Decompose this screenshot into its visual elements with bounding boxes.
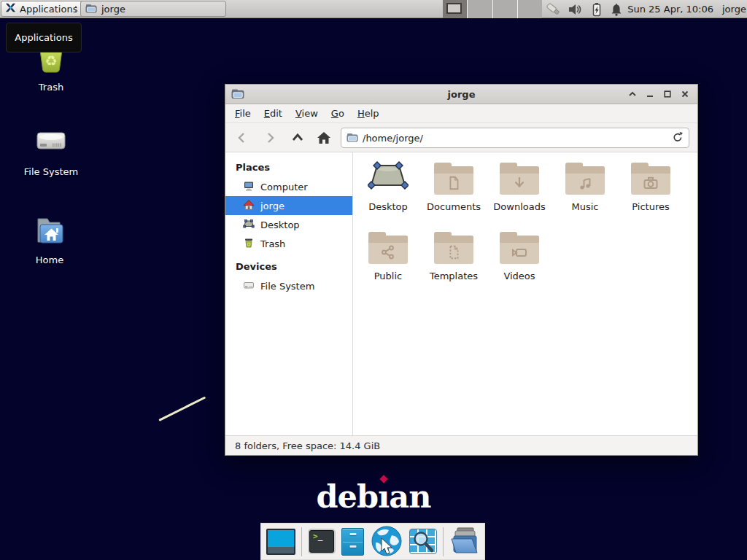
menu-go[interactable]: Go	[325, 105, 351, 122]
video-camera-glyph	[500, 236, 539, 264]
desktop-icon-home[interactable]: Home	[15, 212, 85, 265]
workspace-window-thumb	[446, 3, 462, 14]
sidebar-item-label: Trash	[260, 238, 285, 249]
logo-text-pre: deb	[317, 478, 379, 515]
toolbar	[225, 123, 697, 152]
folder-icon[interactable]	[449, 526, 481, 557]
folder-label: Downloads	[488, 201, 551, 212]
camera-glyph	[631, 166, 670, 195]
task-folder-icon	[85, 2, 97, 16]
dock-separator	[301, 527, 302, 556]
folder-label: Desktop	[357, 201, 419, 212]
desktop-icon-label: Trash	[16, 82, 86, 93]
trash-icon	[243, 237, 255, 251]
app-finder-icon[interactable]	[409, 529, 437, 554]
path-folder-icon	[347, 131, 358, 145]
workspace-4[interactable]	[517, 0, 542, 18]
stylus-icon[interactable]	[546, 1, 562, 18]
sidebar-item-trash[interactable]: Trash	[225, 234, 352, 253]
menu-view[interactable]: View	[289, 105, 325, 122]
top-panel: Applications jorge	[0, 0, 747, 18]
stray-line-artifact	[158, 396, 206, 421]
battery-charging-icon[interactable]	[589, 1, 605, 18]
sidebar-item-label: Desktop	[260, 219, 300, 230]
workspace-1-active[interactable]	[443, 0, 467, 18]
workspace-switcher[interactable]	[443, 0, 542, 18]
tooltip-text: Applications	[15, 32, 72, 43]
workspace-3[interactable]	[492, 0, 517, 18]
file-manager-window: jorge File Edit View Go Help	[225, 84, 698, 456]
folder-downloads[interactable]: Downloads	[488, 160, 551, 212]
debian-logo: debıan	[315, 478, 432, 515]
share-glyph	[368, 236, 408, 264]
harddrive-icon	[34, 150, 69, 161]
home-icon	[243, 199, 255, 213]
menu-help[interactable]: Help	[351, 105, 386, 122]
taskbar-window-button[interactable]: jorge	[80, 1, 226, 17]
music-notes-glyph	[565, 166, 605, 195]
folder-view[interactable]: Desktop Documents Downloads	[353, 152, 697, 435]
maximize-button[interactable]	[661, 88, 674, 101]
folder-label: Music	[554, 201, 616, 212]
dock-separator	[443, 527, 444, 556]
reload-icon[interactable]	[672, 131, 684, 145]
desktop-icon-label: File System	[16, 166, 86, 177]
sidebar-item-label: Computer	[260, 182, 308, 192]
sidebar-item-computer[interactable]: Computer	[225, 177, 352, 196]
home-button[interactable]	[314, 128, 333, 147]
folder-label: Videos	[488, 271, 551, 281]
terminal-icon[interactable]: >_	[308, 529, 336, 554]
window-titlebar[interactable]: jorge	[225, 85, 697, 104]
logo-letter-i: ı	[378, 478, 389, 515]
panel-username[interactable]: jorge	[722, 0, 746, 18]
show-desktop-icon[interactable]	[266, 529, 295, 555]
folder-music[interactable]: Music	[554, 160, 616, 212]
applications-menu-label: Applications	[20, 4, 77, 15]
sidebar-item-desktop[interactable]: Desktop	[225, 215, 352, 234]
back-button[interactable]	[233, 128, 252, 147]
file-manager-icon[interactable]	[341, 528, 364, 556]
download-arrow-glyph	[500, 166, 539, 195]
folder-documents[interactable]: Documents	[422, 160, 485, 212]
minimize-button[interactable]	[643, 88, 657, 101]
desktop-pad-icon	[368, 159, 409, 195]
menu-file[interactable]: File	[228, 105, 258, 122]
sidebar-item-jorge[interactable]: jorge	[225, 196, 352, 215]
volume-icon[interactable]	[567, 1, 583, 18]
folder-public[interactable]: Public	[357, 229, 419, 281]
forward-button[interactable]	[260, 128, 279, 147]
location-bar[interactable]	[341, 128, 689, 148]
desktop-icon-file-system[interactable]: File System	[16, 124, 86, 177]
computer-icon	[243, 180, 255, 194]
home-folder-icon	[32, 238, 67, 249]
folder-videos[interactable]: Videos	[488, 229, 551, 281]
folder-label: Public	[357, 271, 419, 281]
panel-handle[interactable]	[74, 4, 77, 14]
applications-menu-button[interactable]: Applications	[1, 1, 83, 17]
workspace-2[interactable]	[467, 0, 492, 18]
sidebar-header-devices: Devices	[225, 257, 352, 276]
folder-label: Pictures	[619, 201, 682, 212]
sidebar-item-label: File System	[260, 281, 314, 292]
sidebar-item-file-system[interactable]: File System	[225, 276, 352, 295]
svg-text:♻: ♻	[44, 52, 57, 69]
harddrive-icon	[243, 279, 255, 293]
web-browser-icon[interactable]	[370, 525, 403, 559]
folder-desktop[interactable]: Desktop	[357, 160, 419, 212]
sidebar: Places Computer	[225, 152, 353, 435]
desktop-icon	[243, 218, 255, 232]
panel-clock[interactable]: Sun 25 Apr, 10:06	[620, 0, 713, 18]
folder-pictures[interactable]: Pictures	[619, 160, 682, 212]
document-glyph	[434, 166, 473, 195]
template-glyph	[434, 236, 473, 264]
folder-templates[interactable]: Templates	[422, 229, 485, 281]
shade-button[interactable]	[626, 88, 639, 101]
logo-dotless-i: ı	[378, 478, 389, 515]
applications-tooltip: Applications	[6, 23, 82, 52]
sidebar-header-places: Places	[225, 158, 352, 177]
task-button-label: jorge	[101, 4, 125, 15]
menu-edit[interactable]: Edit	[258, 105, 289, 122]
close-button[interactable]	[678, 88, 692, 101]
up-button[interactable]	[288, 128, 307, 147]
location-input[interactable]	[363, 133, 667, 144]
